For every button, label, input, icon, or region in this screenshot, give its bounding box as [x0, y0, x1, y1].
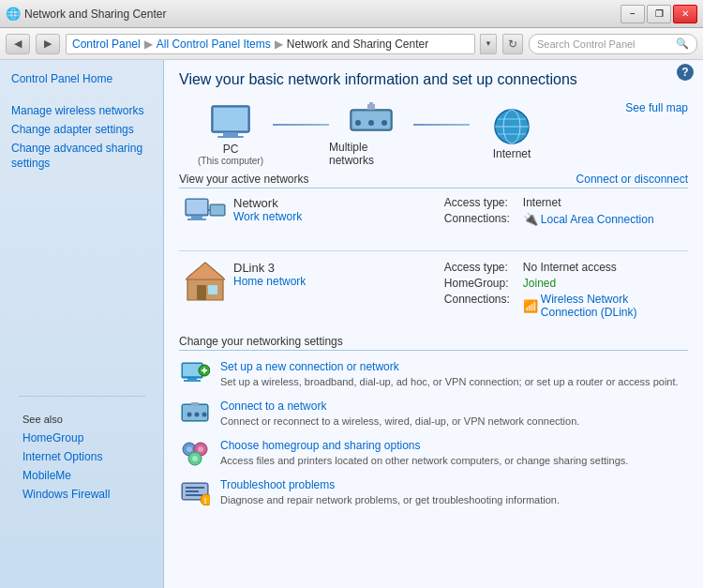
svg-rect-50: [186, 494, 202, 496]
connections-value-link-2[interactable]: Wireless Network Connection (DLink): [541, 293, 688, 319]
setting-item-connect: Connect to a network Connect or reconnec…: [179, 400, 688, 428]
homegroup-icon: [179, 439, 211, 467]
sidebar-item-windows-firewall[interactable]: Windows Firewall: [11, 485, 153, 504]
network-diagram: PC (This computer) Mult: [179, 101, 688, 167]
search-placeholder: Search Control Panel: [537, 38, 636, 50]
homegroup-desc: Access files and printers located on oth…: [220, 455, 628, 466]
svg-rect-2: [223, 132, 238, 136]
connector-1: [273, 124, 329, 126]
close-button[interactable]: ✕: [673, 5, 697, 23]
sidebar-item-manage-wireless[interactable]: Manage wireless networks: [0, 101, 163, 120]
detail-connections-2: Connections: 📶 Wireless Network Connecti…: [444, 293, 688, 319]
refresh-button[interactable]: ↻: [502, 34, 523, 54]
pc-icon: [208, 103, 253, 141]
title-bar-controls: − ❐ ✕: [621, 5, 697, 23]
svg-point-44: [198, 446, 203, 452]
breadcrumb-dropdown[interactable]: ▼: [480, 34, 497, 54]
homegroup-link[interactable]: Choose homegroup and sharing options: [220, 439, 688, 452]
connections-label-1: Connections:: [444, 212, 519, 226]
pc-label: PC: [223, 143, 239, 156]
detail-access-type-2: Access type: No Internet access: [444, 261, 688, 274]
connector-2: [413, 124, 470, 126]
see-also-label: See also: [11, 402, 153, 429]
back-button[interactable]: ◀: [6, 34, 30, 54]
breadcrumb-all-items[interactable]: All Control Panel Items: [157, 38, 271, 51]
svg-point-7: [368, 120, 374, 126]
breadcrumb: Control Panel ▶ All Control Panel Items …: [66, 34, 475, 54]
help-icon[interactable]: ?: [677, 64, 694, 81]
svg-rect-25: [208, 285, 217, 294]
homegrp-value-link-2[interactable]: Joined: [523, 277, 556, 290]
svg-point-37: [195, 413, 200, 417]
setting-text-4: Troubleshoot problems Diagnose and repai…: [220, 478, 688, 506]
svg-point-38: [202, 413, 207, 417]
breadcrumb-control-panel[interactable]: Control Panel: [72, 38, 141, 51]
sidebar-item-change-advanced-sharing[interactable]: Change advanced sharing settings: [0, 139, 163, 173]
connections-label-2: Connections:: [444, 293, 519, 319]
troubleshoot-desc: Diagnose and repair network problems, or…: [220, 494, 560, 505]
multiple-networks-label: Multiple networks: [329, 141, 413, 167]
svg-rect-49: [186, 490, 199, 492]
svg-rect-3: [217, 136, 244, 138]
svg-rect-24: [197, 285, 206, 300]
svg-rect-18: [191, 216, 202, 219]
detail-homegroup-2: HomeGroup: Joined: [444, 277, 688, 290]
pc-sublabel: (This computer): [198, 156, 263, 166]
sidebar-item-control-panel-home[interactable]: Control Panel Home: [0, 69, 163, 88]
setting-text-3: Choose homegroup and sharing options Acc…: [220, 439, 688, 467]
svg-rect-39: [191, 402, 199, 406]
connection-icon-1: 🔌: [523, 212, 538, 226]
setting-item-troubleshoot: ! Troubleshoot problems Diagnose and rep…: [179, 478, 688, 506]
sidebar-item-mobileme[interactable]: MobileMe: [11, 466, 153, 485]
globe-icon: [489, 108, 534, 145]
setting-item-new-connection: Set up a new connection or network Set u…: [179, 360, 688, 388]
network-info-2: DLink 3 Home network: [228, 261, 437, 288]
troubleshoot-icon: !: [179, 478, 211, 506]
connect-link[interactable]: Connect to a network: [220, 400, 688, 413]
forward-button[interactable]: ▶: [36, 34, 60, 54]
internet-label: Internet: [493, 147, 531, 160]
search-box[interactable]: Search Control Panel 🔍: [529, 34, 697, 54]
svg-rect-48: [186, 487, 204, 489]
network-row-2: DLink 3 Home network Access type: No Int…: [179, 261, 688, 322]
svg-rect-21: [211, 205, 224, 215]
connections-value-link-1[interactable]: Local Area Connection: [541, 213, 654, 226]
network-info-1: Network Work network: [228, 196, 437, 223]
title-bar-title: Network and Sharing Center: [24, 8, 166, 21]
svg-point-36: [187, 413, 192, 417]
network-type-link-1[interactable]: Work network: [233, 210, 302, 223]
access-type-value-2: No Internet access: [523, 261, 617, 274]
breadcrumb-current: Network and Sharing Center: [287, 38, 428, 51]
detail-access-type-1: Access type: Internet: [444, 196, 688, 209]
connect-icon: [179, 400, 211, 428]
network-icon-2: [183, 261, 228, 302]
see-full-map-link[interactable]: See full map: [625, 101, 688, 114]
network-row-1: Network Work network Access type: Intern…: [179, 196, 688, 237]
sidebar: Control Panel Home Manage wireless netwo…: [0, 60, 164, 588]
new-connection-icon: [179, 360, 211, 388]
network-switch-icon: [349, 101, 394, 139]
connect-desc: Connect or reconnect to a wireless, wire…: [220, 415, 579, 427]
sidebar-item-change-adapter[interactable]: Change adapter settings: [0, 120, 163, 139]
svg-rect-17: [187, 200, 207, 214]
troubleshoot-link[interactable]: Troubleshoot problems: [220, 478, 688, 491]
network-name-1: Network: [233, 196, 437, 210]
restore-button[interactable]: ❐: [647, 5, 671, 23]
wireless-icon-2: 📶: [523, 299, 538, 313]
title-bar: 🌐 Network and Sharing Center − ❐ ✕: [0, 0, 703, 28]
address-bar: ◀ ▶ Control Panel ▶ All Control Panel It…: [0, 28, 703, 60]
new-connection-desc: Set up a wireless, broadband, dial-up, a…: [220, 376, 679, 387]
network-details-2: Access type: No Internet access HomeGrou…: [437, 261, 688, 322]
new-connection-link[interactable]: Set up a new connection or network: [220, 360, 688, 373]
sidebar-item-homegroup[interactable]: HomeGroup: [11, 429, 153, 447]
svg-rect-29: [187, 378, 197, 380]
connect-disconnect-link[interactable]: Connect or disconnect: [576, 173, 688, 186]
svg-marker-26: [186, 263, 225, 279]
minimize-button[interactable]: −: [621, 5, 645, 23]
sidebar-item-internet-options[interactable]: Internet Options: [11, 447, 153, 466]
network-type-link-2[interactable]: Home network: [233, 275, 306, 288]
svg-rect-30: [184, 380, 201, 382]
net-item-multiple: Multiple networks: [329, 101, 413, 167]
homegrp-label-2: HomeGroup:: [444, 277, 519, 290]
network-icon-1: [183, 196, 228, 237]
